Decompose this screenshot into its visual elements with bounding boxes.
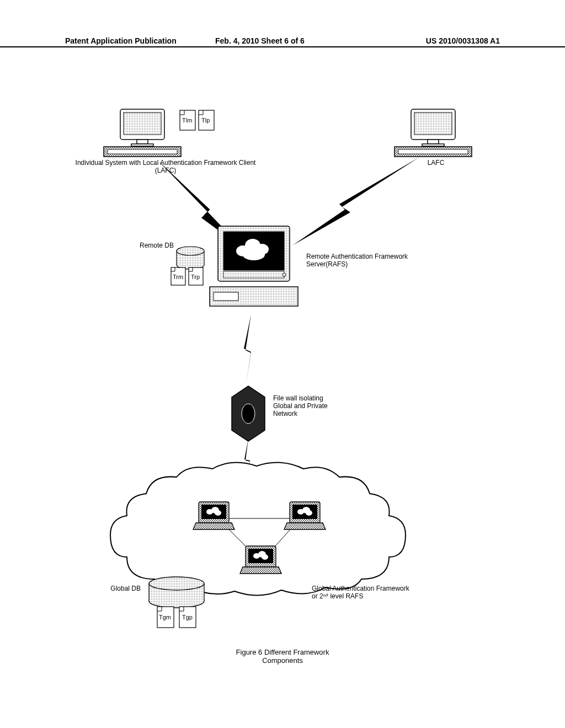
svg-point-29 bbox=[243, 249, 265, 260]
lafc-computer-2 bbox=[395, 109, 472, 157]
firewall-icon bbox=[232, 386, 265, 441]
connection-lafc2-rafs bbox=[292, 157, 419, 245]
figure-caption: Figure 6 Different FrameworkComponents bbox=[0, 648, 565, 665]
header-publication: Patent Application Publication bbox=[65, 36, 177, 45]
connection-rafs-firewall bbox=[244, 314, 251, 386]
svg-point-31 bbox=[282, 273, 286, 276]
svg-rect-30 bbox=[223, 271, 284, 278]
svg-rect-9 bbox=[108, 149, 177, 154]
global-framework-label: Global Authentication Frameworkor 2ⁿᵈ le… bbox=[312, 585, 439, 600]
cloud-laptop-1 bbox=[193, 502, 234, 529]
header-date-sheet: Feb. 4, 2010 Sheet 6 of 6 bbox=[215, 36, 305, 45]
firewall-label: File wall isolatingGlobal and PrivateNet… bbox=[273, 394, 345, 417]
remote-db-icon bbox=[177, 247, 204, 269]
svg-rect-23 bbox=[214, 292, 238, 301]
svg-rect-21 bbox=[398, 149, 468, 154]
svg-point-56 bbox=[306, 510, 312, 516]
lafc-full-label: Individual System with Local Authenticat… bbox=[66, 159, 265, 174]
trp-label: Trp bbox=[191, 274, 200, 280]
svg-rect-5 bbox=[124, 113, 161, 135]
svg-point-66 bbox=[149, 577, 204, 590]
svg-rect-6 bbox=[137, 140, 148, 144]
svg-point-51 bbox=[215, 510, 221, 516]
lafc-computer-1 bbox=[104, 109, 181, 157]
svg-point-43 bbox=[242, 404, 255, 424]
cloud-laptop-2 bbox=[284, 502, 326, 529]
svg-rect-18 bbox=[428, 140, 439, 144]
remote-db-label: Remote DB bbox=[130, 242, 174, 249]
global-db-label: Global DB bbox=[97, 585, 141, 592]
lafc-short-label: LAFC bbox=[419, 159, 452, 167]
cloud-laptop-3 bbox=[240, 546, 281, 574]
diagram-container: Individual System with Local Authenticat… bbox=[0, 99, 565, 651]
global-cloud-icon bbox=[110, 463, 406, 596]
rafs-server-icon bbox=[210, 226, 298, 306]
global-db-icon bbox=[149, 577, 204, 608]
header-patent-number: US 2010/0031308 A1 bbox=[426, 36, 500, 45]
rafs-label: Remote Authentication FrameworkServer(RA… bbox=[306, 253, 428, 268]
tlm-label: Tlm bbox=[182, 117, 192, 124]
svg-point-36 bbox=[177, 247, 204, 255]
trm-label: Trm bbox=[173, 274, 183, 280]
svg-rect-19 bbox=[422, 144, 444, 146]
tgm-label: Tgm bbox=[159, 614, 171, 620]
diagram-svg bbox=[0, 99, 565, 651]
tgp-label: Tgp bbox=[182, 614, 193, 620]
svg-point-61 bbox=[262, 554, 268, 560]
tlp-label: Tlp bbox=[201, 117, 210, 124]
svg-rect-7 bbox=[131, 144, 153, 146]
svg-rect-17 bbox=[414, 113, 452, 135]
page-header: Patent Application Publication Feb. 4, 2… bbox=[0, 44, 565, 47]
